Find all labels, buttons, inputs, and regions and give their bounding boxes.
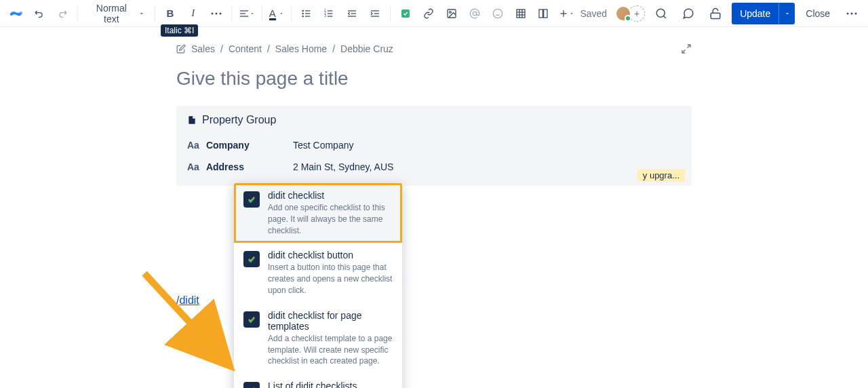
property-group-panel[interactable]: Property Group Aa Company Test Company A… xyxy=(176,106,692,186)
breadcrumb-item[interactable]: Sales Home xyxy=(275,43,327,54)
property-label: Address xyxy=(206,161,244,172)
didit-icon xyxy=(243,251,260,267)
svg-line-46 xyxy=(687,45,690,48)
svg-line-47 xyxy=(682,50,686,53)
text-color-button[interactable]: A xyxy=(267,3,287,24)
property-label: Company xyxy=(206,140,250,151)
breadcrumb: Sales / Content / Sales Home / Debbie Cr… xyxy=(176,43,692,54)
svg-point-10 xyxy=(302,16,303,16)
image-button[interactable] xyxy=(441,3,462,24)
bold-button[interactable]: B xyxy=(159,3,181,24)
macro-description: Add one specific checklist to this page.… xyxy=(268,202,393,236)
saved-status: Saved xyxy=(580,8,607,19)
close-button[interactable]: Close xyxy=(800,3,835,24)
text-type-icon: Aa xyxy=(187,161,199,172)
feedback-bubble[interactable]: y upgra... xyxy=(637,169,685,182)
link-button[interactable] xyxy=(418,3,439,24)
breadcrumb-item[interactable]: Debbie Cruz xyxy=(340,43,393,54)
emoji-button[interactable] xyxy=(487,3,509,24)
svg-text:3: 3 xyxy=(325,14,327,18)
comments-button[interactable] xyxy=(677,3,699,24)
page-width-toggle[interactable] xyxy=(681,43,692,54)
collaborators: + xyxy=(615,5,645,22)
action-item-button[interactable] xyxy=(395,3,416,24)
svg-rect-37 xyxy=(544,9,547,18)
svg-point-43 xyxy=(847,12,849,14)
mention-button[interactable] xyxy=(464,3,486,24)
alignment-button[interactable] xyxy=(236,3,258,24)
breadcrumb-item[interactable]: Content xyxy=(229,43,262,54)
property-value[interactable]: 2 Main St, Sydney, AUS xyxy=(293,161,393,172)
svg-point-28 xyxy=(493,9,502,18)
more-formatting-button[interactable] xyxy=(205,3,227,24)
text-style-label: Normal text xyxy=(87,3,136,24)
search-button[interactable] xyxy=(650,3,672,24)
macro-item-didit-checklist[interactable]: didit checklist Add one specific checkli… xyxy=(234,183,402,243)
bullet-list-button[interactable] xyxy=(296,3,317,24)
indent-button[interactable] xyxy=(364,3,386,24)
property-value[interactable]: Test Company xyxy=(293,140,353,151)
restrictions-button[interactable] xyxy=(705,3,726,24)
text-style-dropdown[interactable]: Normal text xyxy=(82,3,151,24)
svg-line-41 xyxy=(664,16,666,18)
svg-rect-24 xyxy=(401,9,410,18)
update-button[interactable]: Update xyxy=(732,3,778,24)
user-avatar[interactable] xyxy=(615,5,631,22)
numbered-list-button[interactable]: 123 xyxy=(319,3,340,24)
update-dropdown-button[interactable] xyxy=(778,3,795,24)
undo-button[interactable] xyxy=(28,3,50,24)
property-row: Aa Company Test Company xyxy=(187,134,681,156)
property-row: Aa Address 2 Main St, Sydney, AUS xyxy=(187,156,681,178)
layouts-button[interactable] xyxy=(533,3,555,24)
property-group-title: Property Group xyxy=(202,114,276,126)
editor-toolbar: Normal text B I A 123 xyxy=(0,0,868,27)
outdent-button[interactable] xyxy=(341,3,363,24)
svg-point-8 xyxy=(302,13,303,14)
more-actions-button[interactable] xyxy=(841,3,863,24)
insert-button[interactable] xyxy=(555,3,577,24)
redo-button[interactable] xyxy=(52,3,73,24)
svg-point-27 xyxy=(473,12,476,15)
italic-button[interactable]: I xyxy=(182,3,204,24)
svg-point-40 xyxy=(656,9,665,17)
table-button[interactable] xyxy=(510,3,532,24)
svg-point-2 xyxy=(219,12,221,14)
macro-autocomplete-menu: didit checklist Add one specific checkli… xyxy=(234,183,402,307)
text-type-icon: Aa xyxy=(187,140,199,151)
macro-item-didit-checklist-button[interactable]: didit checklist button Insert a button i… xyxy=(234,243,402,303)
page-title-input[interactable]: Give this page a title xyxy=(176,68,692,90)
svg-point-1 xyxy=(215,12,217,14)
macro-title: didit checklist button xyxy=(268,250,393,260)
property-group-header: Property Group xyxy=(187,114,681,126)
svg-point-44 xyxy=(851,12,853,14)
svg-point-26 xyxy=(450,11,452,13)
svg-point-45 xyxy=(855,12,857,14)
svg-point-0 xyxy=(211,12,213,14)
breadcrumb-item[interactable]: Sales xyxy=(191,43,215,54)
macro-item-didit-checklist-page-templates[interactable]: didit checklist for page templates Add a… xyxy=(234,303,402,307)
svg-point-6 xyxy=(302,10,303,11)
svg-rect-31 xyxy=(517,9,525,18)
didit-icon xyxy=(243,191,260,208)
macro-title: didit checklist xyxy=(268,190,393,201)
confluence-logo[interactable] xyxy=(8,5,24,22)
edit-icon[interactable] xyxy=(176,44,186,54)
svg-rect-42 xyxy=(711,13,720,18)
macro-description: Insert a button into this page that crea… xyxy=(268,262,393,296)
svg-rect-36 xyxy=(539,9,542,18)
